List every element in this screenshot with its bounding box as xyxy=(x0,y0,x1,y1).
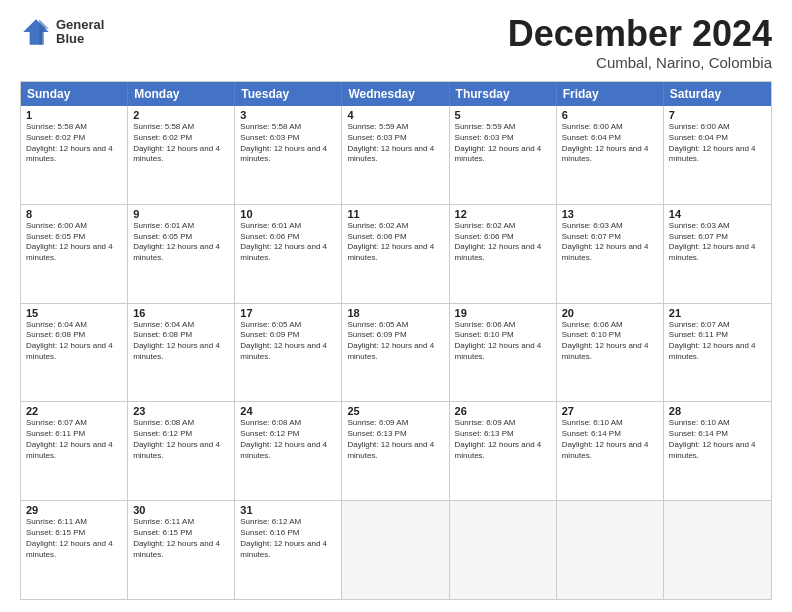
calendar-cell: 21Sunrise: 6:07 AMSunset: 6:11 PMDayligh… xyxy=(664,304,771,402)
day-number: 26 xyxy=(455,405,551,417)
cell-info: Sunrise: 6:03 AMSunset: 6:07 PMDaylight:… xyxy=(669,221,766,264)
calendar-cell: 15Sunrise: 6:04 AMSunset: 6:08 PMDayligh… xyxy=(21,304,128,402)
day-number: 31 xyxy=(240,504,336,516)
logo-line1: General xyxy=(56,18,104,32)
cell-info: Sunrise: 6:01 AMSunset: 6:06 PMDaylight:… xyxy=(240,221,336,264)
cell-info: Sunrise: 6:06 AMSunset: 6:10 PMDaylight:… xyxy=(455,320,551,363)
calendar-cell: 13Sunrise: 6:03 AMSunset: 6:07 PMDayligh… xyxy=(557,205,664,303)
calendar-cell xyxy=(664,501,771,599)
day-number: 23 xyxy=(133,405,229,417)
cell-info: Sunrise: 6:09 AMSunset: 6:13 PMDaylight:… xyxy=(347,418,443,461)
calendar-cell: 8Sunrise: 6:00 AMSunset: 6:05 PMDaylight… xyxy=(21,205,128,303)
logo-line2: Blue xyxy=(56,32,104,46)
cell-info: Sunrise: 6:06 AMSunset: 6:10 PMDaylight:… xyxy=(562,320,658,363)
day-number: 2 xyxy=(133,109,229,121)
calendar-cell: 30Sunrise: 6:11 AMSunset: 6:15 PMDayligh… xyxy=(128,501,235,599)
calendar-cell: 27Sunrise: 6:10 AMSunset: 6:14 PMDayligh… xyxy=(557,402,664,500)
day-number: 29 xyxy=(26,504,122,516)
calendar-cell: 9Sunrise: 6:01 AMSunset: 6:05 PMDaylight… xyxy=(128,205,235,303)
calendar-cell xyxy=(342,501,449,599)
cell-info: Sunrise: 5:58 AMSunset: 6:02 PMDaylight:… xyxy=(133,122,229,165)
day-number: 20 xyxy=(562,307,658,319)
cell-info: Sunrise: 6:11 AMSunset: 6:15 PMDaylight:… xyxy=(26,517,122,560)
calendar-cell: 3Sunrise: 5:58 AMSunset: 6:03 PMDaylight… xyxy=(235,106,342,204)
cell-info: Sunrise: 6:11 AMSunset: 6:15 PMDaylight:… xyxy=(133,517,229,560)
calendar-cell: 16Sunrise: 6:04 AMSunset: 6:08 PMDayligh… xyxy=(128,304,235,402)
cell-info: Sunrise: 6:05 AMSunset: 6:09 PMDaylight:… xyxy=(347,320,443,363)
month-title: December 2024 xyxy=(508,16,772,52)
calendar-cell: 19Sunrise: 6:06 AMSunset: 6:10 PMDayligh… xyxy=(450,304,557,402)
day-number: 22 xyxy=(26,405,122,417)
cell-info: Sunrise: 6:08 AMSunset: 6:12 PMDaylight:… xyxy=(240,418,336,461)
cell-info: Sunrise: 5:58 AMSunset: 6:03 PMDaylight:… xyxy=(240,122,336,165)
day-number: 25 xyxy=(347,405,443,417)
calendar-cell: 26Sunrise: 6:09 AMSunset: 6:13 PMDayligh… xyxy=(450,402,557,500)
cell-info: Sunrise: 6:00 AMSunset: 6:04 PMDaylight:… xyxy=(669,122,766,165)
calendar-cell: 1Sunrise: 5:58 AMSunset: 6:02 PMDaylight… xyxy=(21,106,128,204)
cell-info: Sunrise: 6:02 AMSunset: 6:06 PMDaylight:… xyxy=(455,221,551,264)
cell-info: Sunrise: 6:03 AMSunset: 6:07 PMDaylight:… xyxy=(562,221,658,264)
cell-info: Sunrise: 6:04 AMSunset: 6:08 PMDaylight:… xyxy=(133,320,229,363)
calendar-body: 1Sunrise: 5:58 AMSunset: 6:02 PMDaylight… xyxy=(21,106,771,599)
day-number: 19 xyxy=(455,307,551,319)
day-number: 1 xyxy=(26,109,122,121)
calendar-cell: 24Sunrise: 6:08 AMSunset: 6:12 PMDayligh… xyxy=(235,402,342,500)
cell-info: Sunrise: 6:07 AMSunset: 6:11 PMDaylight:… xyxy=(26,418,122,461)
logo-icon xyxy=(20,16,52,48)
calendar-row: 29Sunrise: 6:11 AMSunset: 6:15 PMDayligh… xyxy=(21,500,771,599)
cell-info: Sunrise: 5:58 AMSunset: 6:02 PMDaylight:… xyxy=(26,122,122,165)
day-number: 13 xyxy=(562,208,658,220)
svg-marker-0 xyxy=(23,19,49,45)
day-number: 27 xyxy=(562,405,658,417)
day-number: 12 xyxy=(455,208,551,220)
calendar-cell: 18Sunrise: 6:05 AMSunset: 6:09 PMDayligh… xyxy=(342,304,449,402)
cell-info: Sunrise: 6:02 AMSunset: 6:06 PMDaylight:… xyxy=(347,221,443,264)
day-number: 7 xyxy=(669,109,766,121)
calendar-cell xyxy=(450,501,557,599)
weekday-header: Sunday xyxy=(21,82,128,106)
day-number: 17 xyxy=(240,307,336,319)
day-number: 21 xyxy=(669,307,766,319)
location: Cumbal, Narino, Colombia xyxy=(508,54,772,71)
calendar-cell: 29Sunrise: 6:11 AMSunset: 6:15 PMDayligh… xyxy=(21,501,128,599)
calendar-cell: 28Sunrise: 6:10 AMSunset: 6:14 PMDayligh… xyxy=(664,402,771,500)
calendar-cell: 31Sunrise: 6:12 AMSunset: 6:16 PMDayligh… xyxy=(235,501,342,599)
cell-info: Sunrise: 6:04 AMSunset: 6:08 PMDaylight:… xyxy=(26,320,122,363)
calendar-cell: 2Sunrise: 5:58 AMSunset: 6:02 PMDaylight… xyxy=(128,106,235,204)
calendar-header: SundayMondayTuesdayWednesdayThursdayFrid… xyxy=(21,82,771,106)
day-number: 30 xyxy=(133,504,229,516)
page: General Blue December 2024 Cumbal, Narin… xyxy=(0,0,792,612)
cell-info: Sunrise: 6:10 AMSunset: 6:14 PMDaylight:… xyxy=(669,418,766,461)
weekday-header: Saturday xyxy=(664,82,771,106)
calendar-row: 8Sunrise: 6:00 AMSunset: 6:05 PMDaylight… xyxy=(21,204,771,303)
calendar-cell: 12Sunrise: 6:02 AMSunset: 6:06 PMDayligh… xyxy=(450,205,557,303)
calendar-row: 22Sunrise: 6:07 AMSunset: 6:11 PMDayligh… xyxy=(21,401,771,500)
calendar-cell xyxy=(557,501,664,599)
day-number: 16 xyxy=(133,307,229,319)
day-number: 4 xyxy=(347,109,443,121)
cell-info: Sunrise: 6:01 AMSunset: 6:05 PMDaylight:… xyxy=(133,221,229,264)
calendar: SundayMondayTuesdayWednesdayThursdayFrid… xyxy=(20,81,772,600)
day-number: 6 xyxy=(562,109,658,121)
calendar-cell: 6Sunrise: 6:00 AMSunset: 6:04 PMDaylight… xyxy=(557,106,664,204)
calendar-cell: 5Sunrise: 5:59 AMSunset: 6:03 PMDaylight… xyxy=(450,106,557,204)
calendar-cell: 22Sunrise: 6:07 AMSunset: 6:11 PMDayligh… xyxy=(21,402,128,500)
cell-info: Sunrise: 6:00 AMSunset: 6:05 PMDaylight:… xyxy=(26,221,122,264)
day-number: 24 xyxy=(240,405,336,417)
calendar-cell: 17Sunrise: 6:05 AMSunset: 6:09 PMDayligh… xyxy=(235,304,342,402)
calendar-cell: 20Sunrise: 6:06 AMSunset: 6:10 PMDayligh… xyxy=(557,304,664,402)
cell-info: Sunrise: 6:08 AMSunset: 6:12 PMDaylight:… xyxy=(133,418,229,461)
weekday-header: Tuesday xyxy=(235,82,342,106)
weekday-header: Wednesday xyxy=(342,82,449,106)
day-number: 8 xyxy=(26,208,122,220)
day-number: 15 xyxy=(26,307,122,319)
weekday-header: Thursday xyxy=(450,82,557,106)
cell-info: Sunrise: 6:10 AMSunset: 6:14 PMDaylight:… xyxy=(562,418,658,461)
day-number: 28 xyxy=(669,405,766,417)
logo-text: General Blue xyxy=(56,18,104,47)
header: General Blue December 2024 Cumbal, Narin… xyxy=(20,16,772,71)
logo: General Blue xyxy=(20,16,104,48)
calendar-row: 15Sunrise: 6:04 AMSunset: 6:08 PMDayligh… xyxy=(21,303,771,402)
cell-info: Sunrise: 6:12 AMSunset: 6:16 PMDaylight:… xyxy=(240,517,336,560)
calendar-cell: 10Sunrise: 6:01 AMSunset: 6:06 PMDayligh… xyxy=(235,205,342,303)
